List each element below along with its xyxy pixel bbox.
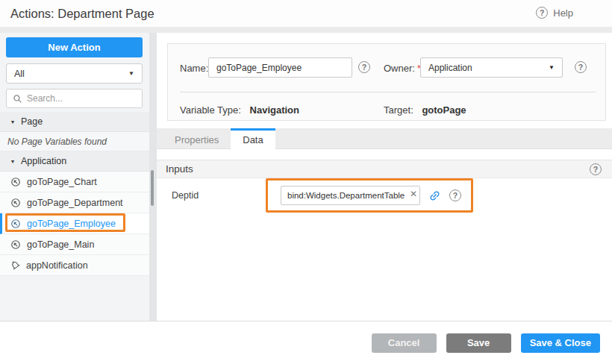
navigation-icon	[10, 219, 21, 229]
tree-item-gotopage-employee[interactable]: goToPage_Employee	[0, 213, 149, 234]
dialog-header: Actions: Department Page ? Help	[0, 0, 612, 27]
tree-item-label: goToPage_Chart	[27, 177, 97, 187]
owner-label: Owner:*	[384, 63, 421, 74]
cancel-button[interactable]: Cancel	[372, 333, 437, 353]
name-input[interactable]	[208, 57, 352, 78]
filter-dropdown[interactable]: All ▼	[6, 63, 143, 84]
save-button[interactable]: Save	[446, 333, 511, 353]
target-row: Target: gotoPage	[384, 104, 466, 116]
deptid-label: Deptid	[172, 190, 199, 201]
tree-group-label: Page	[21, 116, 43, 127]
annotation-highlight-box: ✕ ?	[266, 178, 473, 213]
help-icon: ?	[536, 7, 548, 19]
filter-value: All	[14, 69, 25, 79]
chevron-down-icon: ▼	[549, 64, 555, 71]
bind-expression-field[interactable]: ✕	[281, 186, 420, 205]
inputs-section-title: Inputs	[166, 163, 193, 175]
header-divider	[0, 27, 612, 33]
tree-item-label: goToPage_Employee	[27, 219, 116, 229]
help-button[interactable]: ? Help	[536, 7, 573, 19]
help-label: Help	[553, 7, 573, 19]
navigation-icon	[10, 177, 21, 187]
tab-properties[interactable]: Properties	[163, 128, 231, 149]
page-title: Actions: Department Page	[10, 7, 154, 21]
owner-help-icon[interactable]: ?	[575, 61, 587, 73]
tree-item-gotopage-main[interactable]: goToPage_Main	[0, 234, 149, 255]
card-divider	[180, 92, 596, 92]
notification-icon	[8, 258, 22, 272]
tree-group-page[interactable]: ▾ Page	[0, 112, 149, 132]
owner-value: Application	[428, 63, 472, 73]
inputs-help-icon[interactable]: ?	[590, 163, 602, 175]
deptid-help-icon[interactable]: ?	[449, 189, 461, 201]
tab-data[interactable]: Data	[231, 128, 275, 149]
tree-item-label: goToPage_Main	[27, 239, 94, 250]
detail-panel: Name:* ? Owner:* Application ▼ ? Variabl…	[157, 33, 612, 321]
search-input[interactable]	[27, 93, 136, 104]
sidebar: New Action All ▼ ▾ Page No Page Variable…	[0, 33, 149, 321]
variable-type-value: Navigation	[250, 104, 299, 116]
collapse-arrow-icon: ▾	[11, 158, 14, 165]
chevron-down-icon: ▼	[128, 70, 134, 77]
dialog-footer: Cancel Save Save & Close	[0, 321, 612, 364]
tree-item-gotopage-chart[interactable]: goToPage_Chart	[0, 172, 149, 192]
search-icon	[13, 94, 22, 104]
tab-bar: Properties Data	[157, 128, 612, 149]
tree-item-label: goToPage_Department	[27, 198, 123, 208]
bind-link-icon[interactable]	[425, 186, 443, 204]
variables-tree: ▾ Page No Page Variables found ▾ Applica…	[0, 112, 149, 276]
inputs-section-header: Inputs ?	[157, 160, 612, 178]
action-summary-card: Name:* ? Owner:* Application ▼ ? Variabl…	[167, 43, 606, 121]
tree-item-label: appNotification	[26, 260, 88, 271]
new-action-button[interactable]: New Action	[6, 37, 143, 57]
navigation-icon	[10, 239, 21, 250]
variable-type-row: Variable Type: Navigation	[180, 104, 299, 116]
navigation-icon	[10, 198, 21, 208]
save-and-close-button[interactable]: Save & Close	[521, 333, 600, 353]
clear-icon[interactable]: ✕	[410, 189, 417, 198]
tree-group-application[interactable]: ▾ Application	[0, 151, 149, 172]
tree-group-label: Application	[21, 156, 66, 166]
tree-item-gotopage-department[interactable]: goToPage_Department	[0, 192, 149, 213]
owner-dropdown[interactable]: Application ▼	[420, 57, 563, 78]
search-box[interactable]	[6, 89, 143, 108]
empty-page-variables-message: No Page Variables found	[0, 132, 149, 151]
target-value: gotoPage	[422, 104, 466, 116]
tree-item-appnotification[interactable]: appNotification	[0, 255, 149, 276]
bind-expression-input[interactable]	[281, 186, 420, 205]
name-help-icon[interactable]: ?	[358, 61, 370, 73]
sidebar-scrollbar[interactable]	[151, 170, 154, 206]
variable-type-label: Variable Type:	[180, 104, 241, 116]
deptid-input-row: Deptid ✕ ?	[157, 178, 612, 213]
collapse-arrow-icon: ▾	[11, 119, 14, 125]
target-label: Target:	[384, 104, 413, 116]
